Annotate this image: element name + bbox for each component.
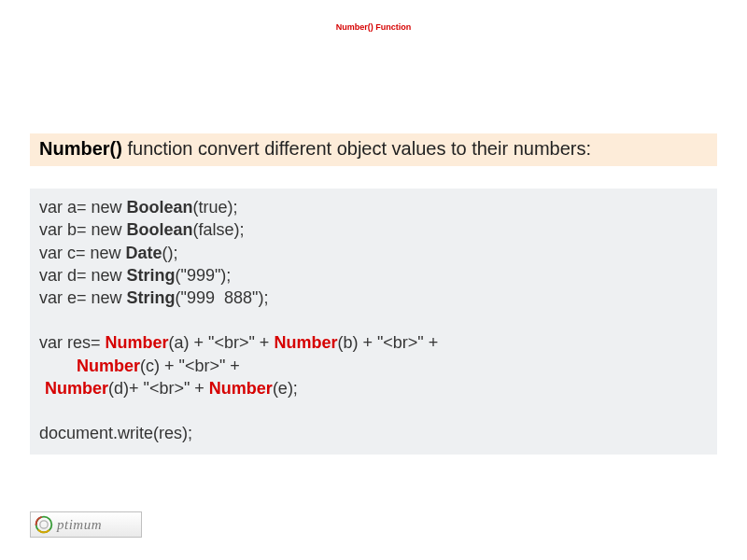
code-line-3: var c= new Date(); — [39, 242, 708, 264]
logo-text: ptimum — [57, 517, 102, 533]
code-l4-post: ("999"); — [176, 266, 232, 285]
code-l2-post: (false); — [193, 220, 245, 239]
code-l3-post: (); — [162, 244, 178, 262]
slide: Number() Function Number() function conv… — [0, 0, 747, 560]
code-l7-pre: var res= — [39, 333, 106, 352]
code-l5-post: ("999 888"); — [176, 288, 269, 307]
keyword-number: Number — [106, 333, 169, 352]
code-line-4: var d= new String("999"); — [39, 264, 708, 287]
code-l9-mid4: (d)+ "<br>" + — [108, 379, 209, 398]
code-line-8: Number(c) + "<br>" + — [39, 355, 708, 377]
code-l7-mid2: (b) + "<br>" + — [337, 333, 443, 352]
keyword-string: String — [127, 266, 176, 285]
description-box: Number() function convert different obje… — [30, 133, 717, 166]
keyword-number: Number — [77, 357, 140, 375]
keyword-number: Number — [274, 333, 337, 352]
code-line-7: var res= Number(a) + "<br>" + Number(b) … — [39, 331, 708, 354]
code-l4-pre: var d= new — [39, 266, 127, 285]
code-line-9: Number(d)+ "<br>" + Number(e); — [39, 377, 708, 399]
code-l2-pre: var b= new — [39, 220, 127, 239]
description-text: function convert different object values… — [122, 138, 591, 159]
code-l1-pre: var a= new — [39, 198, 127, 217]
code-l9-post: (e); — [273, 379, 298, 398]
code-line-2: var b= new Boolean(false); — [39, 218, 708, 241]
code-l5-pre: var e= new — [39, 288, 127, 307]
keyword-number: Number — [45, 379, 108, 398]
description-fn-name: Number() — [39, 138, 122, 159]
code-line-11: document.write(res); — [39, 422, 708, 444]
svg-point-3 — [40, 521, 48, 528]
code-l8-mid3: (c) + "<br>" + — [140, 357, 245, 375]
code-line-1: var a= new Boolean(true); — [39, 196, 708, 218]
code-l1-post: (true); — [193, 198, 238, 217]
code-l3-pre: var c= new — [39, 244, 126, 262]
blank-line — [39, 399, 708, 422]
keyword-date: Date — [126, 244, 162, 262]
keyword-number: Number — [209, 379, 273, 398]
logo-swirl-icon — [35, 515, 53, 534]
code-box: var a= new Boolean(true); var b= new Boo… — [30, 189, 717, 455]
blank-line — [39, 309, 708, 331]
logo: ptimum — [30, 511, 142, 538]
slide-title: Number() Function — [0, 22, 747, 32]
code-line-5: var e= new String("999 888"); — [39, 287, 708, 309]
keyword-boolean: Boolean — [127, 198, 193, 217]
code-l7-mid1: (a) + "<br>" + — [169, 333, 275, 352]
keyword-string: String — [127, 288, 176, 307]
keyword-boolean: Boolean — [127, 220, 193, 239]
